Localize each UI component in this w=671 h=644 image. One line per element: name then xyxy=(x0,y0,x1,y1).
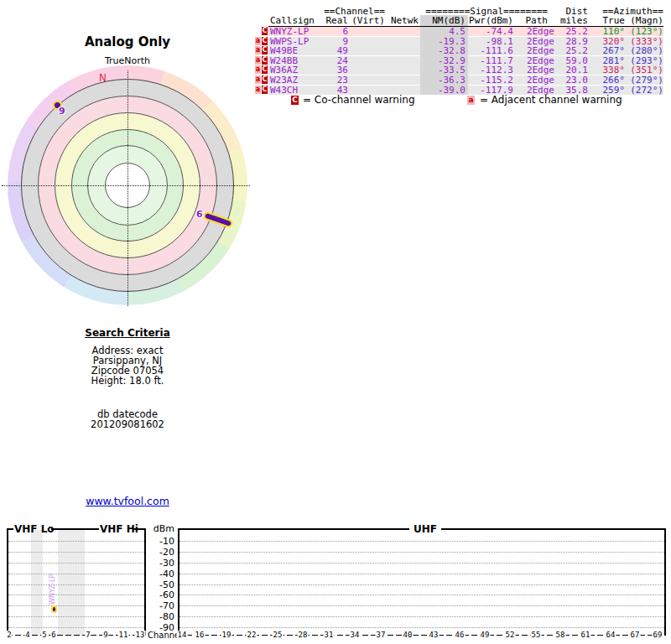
adjacent-channel-badge: a xyxy=(255,37,261,45)
gridline xyxy=(179,552,664,553)
search-criteria-title: Search Criteria xyxy=(44,327,211,339)
gridline xyxy=(8,605,144,606)
panel-border xyxy=(664,528,666,636)
channel-tick: 61 xyxy=(580,631,591,639)
vhf-gray-band xyxy=(31,530,43,635)
cell-pwr: -111.7 xyxy=(466,56,513,65)
cell-path: 2Edge xyxy=(513,27,554,36)
cell-callsign: WWPS-LP xyxy=(270,37,320,46)
cell-callsign: W24BB xyxy=(270,56,320,65)
gridline xyxy=(8,584,144,585)
gridline xyxy=(8,541,144,542)
dbm-axis-title: dBm xyxy=(149,523,174,534)
dbm-tick: -20 xyxy=(149,547,174,558)
cell-path: 2Edge xyxy=(513,75,554,85)
col-header-pwr: Pwr(dBm) xyxy=(466,16,513,25)
co-channel-badge: C xyxy=(262,75,268,84)
co-channel-badge: C xyxy=(262,65,268,74)
cell-miles: 23.0 xyxy=(554,75,588,85)
channel-tick: 46 xyxy=(455,631,466,639)
cell-nm: -32.8 xyxy=(419,46,466,55)
col-header-callsign: Callsign xyxy=(270,16,320,25)
gridline xyxy=(179,541,664,542)
channel-tick: 9 xyxy=(102,631,108,639)
channel-tick: 11 xyxy=(118,631,129,639)
crosshair-vertical xyxy=(127,70,128,306)
vhf-hi-label: VHF Hi xyxy=(100,523,138,535)
channel-tick: 28 xyxy=(298,631,309,639)
col-header-miles: miles xyxy=(554,16,588,25)
gridline xyxy=(179,605,664,606)
cell-path: 2Edge xyxy=(513,56,554,65)
dbm-tick: -30 xyxy=(149,558,174,569)
channel-tick: 58 xyxy=(555,631,566,639)
cell-true-az: 267° xyxy=(588,46,625,55)
cell-callsign: W36AZ xyxy=(270,65,320,75)
table-row: a C W36AZ 36 -33.5 -112.3 2Edge 20.1 338… xyxy=(0,65,671,75)
marker-label-6: 6 xyxy=(196,209,203,220)
cell-pwr: -98.1 xyxy=(466,37,513,46)
gridline xyxy=(8,563,144,564)
co-channel-badge: C xyxy=(262,46,268,55)
vhf-gray-band xyxy=(58,530,85,635)
col-header-path: Path xyxy=(513,16,554,25)
gridline xyxy=(8,616,144,617)
col-header-nm: NM(dB) xyxy=(419,16,466,25)
cell-magn-az: (123°) xyxy=(625,27,663,36)
cell-callsign: W49BE xyxy=(270,46,320,55)
cell-real: 23 xyxy=(320,75,348,85)
adjacent-channel-badge: a xyxy=(255,75,261,84)
cell-nm: 4.5 xyxy=(419,27,466,36)
cell-true-az: 338° xyxy=(588,65,625,75)
channel-tick: 13 xyxy=(135,631,146,639)
col-header-netwk: Netwk xyxy=(385,16,419,25)
cell-nm: -32.9 xyxy=(419,56,466,65)
channel-tick: 37 xyxy=(376,631,387,639)
crosshair-horizontal xyxy=(2,185,250,186)
cell-miles: 25.2 xyxy=(554,27,588,36)
table-column-header-row: Callsign Real (Virt) Netwk NM(dB) Pwr(dB… xyxy=(0,16,671,25)
channel-tick: 43 xyxy=(429,631,440,639)
cell-miles: 35.8 xyxy=(554,86,588,95)
cell-nm: -36.3 xyxy=(419,75,466,85)
cell-magn-az: (279°) xyxy=(625,75,663,85)
channel-tick: 4 xyxy=(24,631,30,639)
cell-miles: 59.0 xyxy=(554,56,588,65)
channel-axis-title: Channel xyxy=(148,631,178,640)
cell-path: 2Edge xyxy=(513,46,554,55)
cell-magn-az: (293°) xyxy=(625,56,663,65)
channel-tick: 22 xyxy=(247,631,257,639)
panel-border xyxy=(178,528,179,636)
cell-true-az: 266° xyxy=(588,75,625,85)
channel-tick: 31 xyxy=(324,631,335,639)
cell-callsign: WNYZ-LP xyxy=(270,27,320,36)
spectrum-signal-bar-ch6 xyxy=(51,605,57,613)
cell-pwr: -112.3 xyxy=(466,65,513,75)
cell-nm: -19.3 xyxy=(419,37,466,46)
cell-nm: -39.0 xyxy=(419,86,466,95)
db-datecode-value: 201209081602 xyxy=(44,418,211,430)
adjacent-legend-text: = Adjacent channel warning xyxy=(480,94,622,106)
cell-callsign: W43CH xyxy=(270,86,320,95)
cell-real: 24 xyxy=(320,56,348,65)
cell-path: 2Edge xyxy=(513,65,554,75)
col-header-true: True xyxy=(588,16,625,25)
co-channel-badge: C xyxy=(262,86,268,94)
channel-tick: 5 xyxy=(41,631,47,639)
col-header-magn: (Magn) xyxy=(625,16,663,25)
gridline xyxy=(179,595,664,595)
col-header-real: Real xyxy=(320,16,348,25)
dbm-tick: -10 xyxy=(149,536,174,547)
adjacent-channel-badge: a xyxy=(255,46,261,55)
cell-magn-az: (351°) xyxy=(625,65,663,75)
tvfool-link[interactable]: www.tvfool.com xyxy=(44,495,211,507)
channel-tick: 69 xyxy=(653,631,663,639)
co-channel-legend-badge: C xyxy=(291,96,299,105)
cell-miles: 20.1 xyxy=(554,65,588,75)
cell-callsign: W23AZ xyxy=(270,75,320,85)
cell-real: 9 xyxy=(320,37,348,46)
dbm-tick: -70 xyxy=(149,600,174,611)
table-row: a C WWPS-LP 9 -19.3 -98.1 2Edge 28.9 320… xyxy=(0,37,671,46)
panel-border xyxy=(178,528,409,530)
panel-border xyxy=(441,528,666,530)
